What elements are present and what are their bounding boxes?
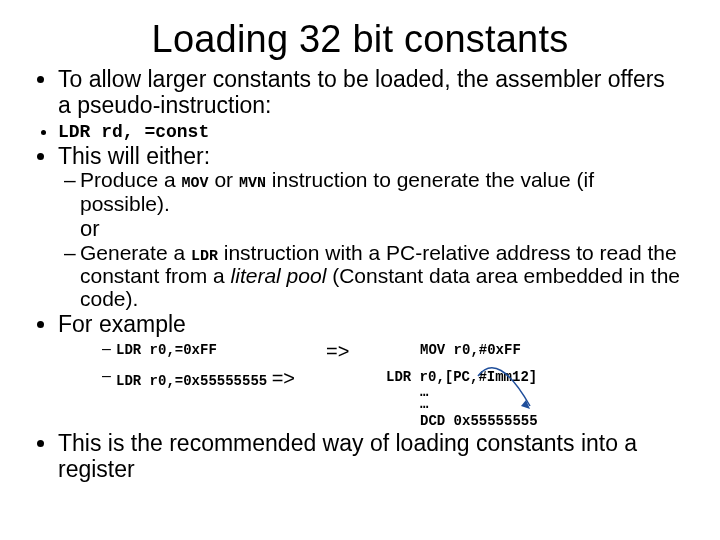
arrow-2: => [272, 367, 295, 389]
t4: Generate a [80, 241, 191, 264]
arrow-1: => [326, 340, 386, 363]
ex1-left: LDR r0,=0xFF [116, 342, 217, 358]
example-block: – LDR r0,=0xFF => MOV r0,#0xFF – LDR r0,… [58, 340, 684, 429]
for-example-text: For example [58, 311, 186, 337]
bullet-recommended: This is the recommended way of loading c… [58, 431, 684, 483]
dash-icon: – [102, 367, 116, 385]
t1: Produce a [80, 168, 182, 191]
bullet-code: LDR rd, =const [58, 121, 684, 142]
ldr-code: LDR [191, 248, 218, 265]
ex2-dots-1: … [420, 386, 684, 399]
sub-ldr: Generate a LDR instruction with a PC-rel… [80, 242, 684, 311]
slide: Loading 32 bit constants To allow larger… [0, 0, 720, 540]
mov-code: MOV [182, 175, 209, 192]
sub-list-1: Produce a MOV or MVN instruction to gene… [80, 169, 684, 215]
ex2-dcd: DCD 0x55555555 [420, 413, 538, 429]
ex1-right: MOV r0,#0xFF [420, 342, 521, 358]
literal-pool-em: literal pool [231, 264, 327, 287]
or-text: or [80, 217, 684, 242]
ex2-left: LDR r0,=0x55555555 [116, 373, 267, 389]
ex2-right-1: LDR r0,[PC,#Imm12] [386, 369, 537, 385]
sub-list-2: Generate a LDR instruction with a PC-rel… [80, 242, 684, 311]
slide-title: Loading 32 bit constants [36, 18, 684, 61]
either-text: This will either: [58, 143, 210, 169]
ex2-dots-2: … [420, 398, 684, 411]
bullet-example: For example – LDR r0,=0xFF => MOV r0,#0x… [58, 312, 684, 429]
ex2-right-block: LDR r0,[PC,#Imm12] … … DCD 0x55555555 [386, 367, 684, 429]
code-ldr: LDR rd, =const [58, 122, 209, 142]
sub-mov-mvn: Produce a MOV or MVN instruction to gene… [80, 169, 684, 215]
dash-icon: – [102, 340, 116, 358]
bullet-either: This will either: Produce a MOV or MVN i… [58, 144, 684, 311]
mvn-code: MVN [239, 175, 266, 192]
example-row-2: – LDR r0,=0x55555555 => LDR r0,[PC,#Imm1… [102, 367, 684, 429]
bullet-list: To allow larger constants to be loaded, … [36, 67, 684, 483]
example-row-1: – LDR r0,=0xFF => MOV r0,#0xFF [102, 340, 684, 363]
t2: or [209, 168, 239, 191]
bullet-intro: To allow larger constants to be loaded, … [58, 67, 684, 119]
